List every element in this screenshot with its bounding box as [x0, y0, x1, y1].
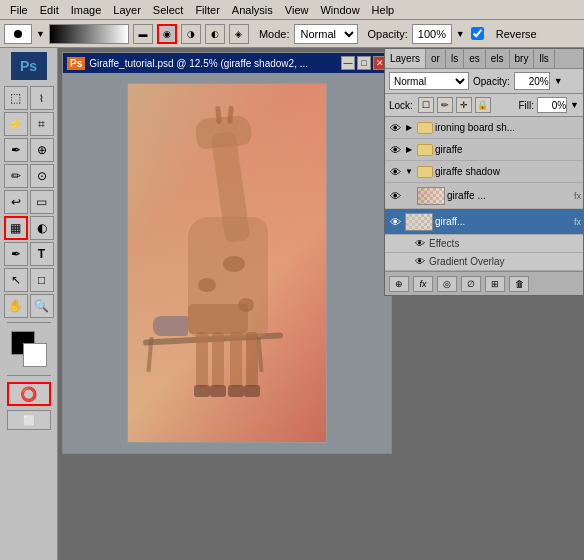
- layer-name-item1: giraffe ...: [447, 190, 572, 201]
- menu-select[interactable]: Select: [147, 0, 190, 19]
- add-style-button[interactable]: fx: [413, 276, 433, 292]
- opacity-arrow[interactable]: ▼: [456, 29, 465, 39]
- reverse-label: Reverse: [496, 28, 537, 40]
- layer-item-giraffe2[interactable]: 👁 giraff... fx: [385, 209, 583, 235]
- gradient-radial[interactable]: ◉: [157, 24, 177, 44]
- layer-group-giraffe[interactable]: 👁 ▶ giraffe: [385, 139, 583, 161]
- layer-thumb-2: [405, 213, 433, 231]
- layer-visibility-ironing[interactable]: 👁: [387, 120, 403, 136]
- screen-mode-btn[interactable]: ⬜: [7, 410, 51, 430]
- menu-window[interactable]: Window: [314, 0, 365, 19]
- brush-preview[interactable]: [4, 24, 32, 44]
- background-color[interactable]: [23, 343, 47, 367]
- layer-name-item2: giraff...: [435, 216, 572, 227]
- gradient-tool[interactable]: ▦: [4, 216, 28, 240]
- reverse-checkbox[interactable]: [471, 27, 484, 40]
- stamp-tool[interactable]: ⊙: [30, 164, 54, 188]
- layers-panel: Layers or ls es els bry lls Normal Opaci…: [384, 48, 584, 296]
- menu-layer[interactable]: Layer: [107, 0, 147, 19]
- zoom-tool[interactable]: 🔍: [30, 294, 54, 318]
- quick-select-tool[interactable]: ⚡: [4, 112, 28, 136]
- new-group-button[interactable]: ⊞: [485, 276, 505, 292]
- quick-mask-button[interactable]: ⭕: [7, 382, 51, 406]
- lasso-tool[interactable]: ⌇: [30, 86, 54, 110]
- gradient-overlay-eye[interactable]: 👁: [415, 256, 425, 267]
- eraser-tool[interactable]: ▭: [30, 190, 54, 214]
- tool-divider-2: [7, 375, 51, 376]
- fg-bg-colors[interactable]: [11, 331, 47, 367]
- fill-input[interactable]: 0%: [537, 97, 567, 113]
- text-tool[interactable]: T: [30, 242, 54, 266]
- gradient-picker[interactable]: [49, 24, 129, 44]
- menu-help[interactable]: Help: [366, 0, 401, 19]
- opacity-dropdown-arrow[interactable]: ▼: [554, 76, 563, 86]
- effects-eye-icon[interactable]: 👁: [415, 238, 425, 249]
- layers-opacity-input[interactable]: 20%: [514, 72, 550, 90]
- delete-layer-button[interactable]: 🗑: [509, 276, 529, 292]
- gradient-angle[interactable]: ◑: [181, 24, 201, 44]
- brush-tool[interactable]: ✏: [4, 164, 28, 188]
- tab-paths[interactable]: ls: [446, 49, 464, 68]
- lock-paint-icon[interactable]: ✏: [437, 97, 453, 113]
- shape-tool[interactable]: □: [30, 268, 54, 292]
- add-mask-button[interactable]: ◎: [437, 276, 457, 292]
- tab-els[interactable]: els: [486, 49, 510, 68]
- hand-tool[interactable]: ✋: [4, 294, 28, 318]
- gradient-linear[interactable]: ▬: [133, 24, 153, 44]
- tab-channels[interactable]: or: [426, 49, 446, 68]
- canvas-area: Ps Giraffe_tutorial.psd @ 12.5% (giraffe…: [58, 48, 584, 560]
- history-tool[interactable]: ↩: [4, 190, 28, 214]
- crop-tool[interactable]: ⌗: [30, 112, 54, 136]
- menu-view[interactable]: View: [279, 0, 315, 19]
- gradient-diamond[interactable]: ◈: [229, 24, 249, 44]
- document-title-bar: Ps Giraffe_tutorial.psd @ 12.5% (giraffe…: [63, 53, 391, 73]
- mode-select[interactable]: Normal Multiply Screen: [294, 24, 358, 44]
- layer-visibility-giraffe[interactable]: 👁: [387, 142, 403, 158]
- lock-all-icon[interactable]: 🔒: [475, 97, 491, 113]
- layer-expand-giraffe-shadow[interactable]: ▼: [403, 166, 415, 178]
- fill-dropdown-arrow[interactable]: ▼: [570, 100, 579, 110]
- options-arrow[interactable]: ▼: [36, 29, 45, 39]
- tab-lls[interactable]: lls: [534, 49, 554, 68]
- maximize-button[interactable]: □: [357, 56, 371, 70]
- gradient-reflect[interactable]: ◐: [205, 24, 225, 44]
- main-area: Ps ⬚ ⌇ ⚡ ⌗ ✒ ⊕ ✏ ⊙ ↩ ▭ ▦ ◐ ✒ T ↖: [0, 48, 584, 560]
- tab-layers[interactable]: Layers: [385, 49, 426, 68]
- menu-file[interactable]: File: [4, 0, 34, 19]
- marquee-tool[interactable]: ⬚: [4, 86, 28, 110]
- tab-bry[interactable]: bry: [510, 49, 535, 68]
- pen-tool[interactable]: ✒: [4, 242, 28, 266]
- path-select-tool[interactable]: ↖: [4, 268, 28, 292]
- lock-transparent-icon[interactable]: ☐: [418, 97, 434, 113]
- layer-expand-ironing[interactable]: ▶: [403, 122, 415, 134]
- tool-row-9: ✋ 🔍: [4, 294, 54, 318]
- layer-visibility-giraffe-shadow[interactable]: 👁: [387, 164, 403, 180]
- lock-position-icon[interactable]: ✛: [456, 97, 472, 113]
- opacity-label: Opacity:: [473, 76, 510, 87]
- opacity-input[interactable]: 100%: [412, 24, 452, 44]
- menu-analysis[interactable]: Analysis: [226, 0, 279, 19]
- layer-item-giraffe1[interactable]: 👁 giraffe ... fx: [385, 183, 583, 209]
- tab-es[interactable]: es: [464, 49, 486, 68]
- link-layers-button[interactable]: ⊕: [389, 276, 409, 292]
- layer-name-giraffe-shadow: giraffe shadow: [435, 166, 581, 177]
- options-bar: ▼ ▬ ◉ ◑ ◐ ◈ Mode: Normal Multiply Screen…: [0, 20, 584, 48]
- menu-filter[interactable]: Filter: [189, 0, 225, 19]
- new-fill-button[interactable]: ∅: [461, 276, 481, 292]
- blend-mode-select[interactable]: Normal: [389, 72, 469, 90]
- menu-image[interactable]: Image: [65, 0, 108, 19]
- tool-row-2: ⚡ ⌗: [4, 112, 54, 136]
- spot-heal-tool[interactable]: ⊕: [30, 138, 54, 162]
- layer-visibility-item2[interactable]: 👁: [387, 214, 403, 230]
- layer-group-ironing-board[interactable]: 👁 ▶ ironing board sh...: [385, 117, 583, 139]
- layer-visibility-item1[interactable]: 👁: [387, 188, 403, 204]
- menu-edit[interactable]: Edit: [34, 0, 65, 19]
- dodge-tool[interactable]: ◐: [30, 216, 54, 240]
- layer-expand-giraffe[interactable]: ▶: [403, 144, 415, 156]
- minimize-button[interactable]: —: [341, 56, 355, 70]
- eyedropper-tool[interactable]: ✒: [4, 138, 28, 162]
- effects-label: Effects: [429, 238, 459, 249]
- layer-name-giraffe: giraffe: [435, 144, 581, 155]
- layer-group-giraffe-shadow[interactable]: 👁 ▼ giraffe shadow: [385, 161, 583, 183]
- doc-ps-icon: Ps: [67, 57, 85, 70]
